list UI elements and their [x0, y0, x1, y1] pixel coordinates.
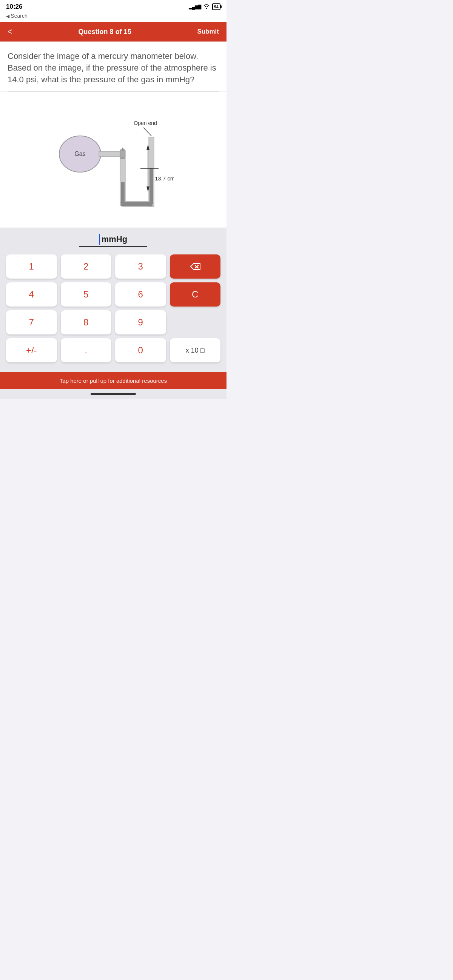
svg-rect-3	[120, 150, 126, 159]
answer-cursor	[99, 234, 100, 245]
clear-button[interactable]: C	[170, 282, 221, 307]
answer-unit: mmHg	[102, 234, 127, 244]
key-x10[interactable]: x 10 □	[170, 338, 221, 363]
backspace-button[interactable]	[170, 255, 221, 278]
status-time: 10:26	[6, 3, 22, 11]
svg-text:13.7 cm: 13.7 cm	[155, 175, 174, 181]
submit-button[interactable]: Submit	[196, 25, 221, 38]
svg-rect-2	[99, 151, 122, 157]
keypad-row-2: 4 5 6 C	[6, 282, 221, 307]
key-6[interactable]: 6	[115, 282, 166, 307]
nav-bar: < Question 8 of 15 Submit	[0, 22, 227, 41]
keypad-row-4: +/- . 0 x 10 □	[6, 338, 221, 363]
key-1[interactable]: 1	[6, 255, 57, 278]
answer-area[interactable]: mmHg	[0, 228, 227, 250]
question-area: Consider the image of a mercury manomete…	[0, 41, 227, 91]
wifi-icon	[203, 4, 210, 10]
manometer-svg: Gas Open end	[53, 99, 174, 220]
key-plus-minus[interactable]: +/-	[6, 338, 57, 363]
svg-text:Gas: Gas	[75, 151, 85, 157]
key-0[interactable]: 0	[115, 338, 166, 363]
search-back[interactable]: Search	[0, 12, 227, 22]
key-8[interactable]: 8	[61, 310, 112, 334]
signal-icon: ▂▄▆▇	[189, 4, 201, 10]
battery-icon: 94	[212, 3, 221, 10]
svg-rect-9	[121, 182, 125, 204]
key-9[interactable]: 9	[115, 310, 166, 334]
resources-label: Tap here or pull up for additional resou…	[60, 377, 167, 384]
key-2[interactable]: 2	[61, 255, 112, 278]
keypad-row-3: 7 8 9	[6, 310, 221, 334]
resources-bar[interactable]: Tap here or pull up for additional resou…	[0, 372, 227, 389]
manometer-diagram: Gas Open end	[53, 99, 174, 220]
image-area: Gas Open end	[0, 92, 227, 228]
svg-rect-10	[149, 169, 153, 204]
key-decimal[interactable]: .	[61, 338, 112, 363]
status-icons: ▂▄▆▇ 94	[189, 3, 221, 10]
home-bar	[91, 393, 136, 395]
key-5[interactable]: 5	[61, 282, 112, 307]
keypad-row-1: 1 2 3	[6, 255, 221, 278]
svg-text:Open end: Open end	[134, 120, 157, 126]
answer-input-wrapper[interactable]: mmHg	[79, 234, 147, 247]
question-progress: Question 8 of 15	[78, 28, 131, 36]
status-bar: 10:26 ▂▄▆▇ 94	[0, 0, 227, 12]
svg-line-12	[143, 127, 151, 136]
keypad: 1 2 3 4 5 6 C 7 8 9 +/- . 0 x 10 □	[0, 250, 227, 372]
key-spacer	[170, 310, 221, 334]
key-3[interactable]: 3	[115, 255, 166, 278]
key-7[interactable]: 7	[6, 310, 57, 334]
key-4[interactable]: 4	[6, 282, 57, 307]
svg-rect-11	[121, 202, 153, 206]
svg-rect-4	[122, 148, 124, 151]
backspace-icon	[190, 262, 200, 270]
home-indicator	[0, 389, 227, 399]
question-text: Consider the image of a mercury manomete…	[8, 51, 219, 85]
back-button[interactable]: <	[6, 24, 14, 39]
